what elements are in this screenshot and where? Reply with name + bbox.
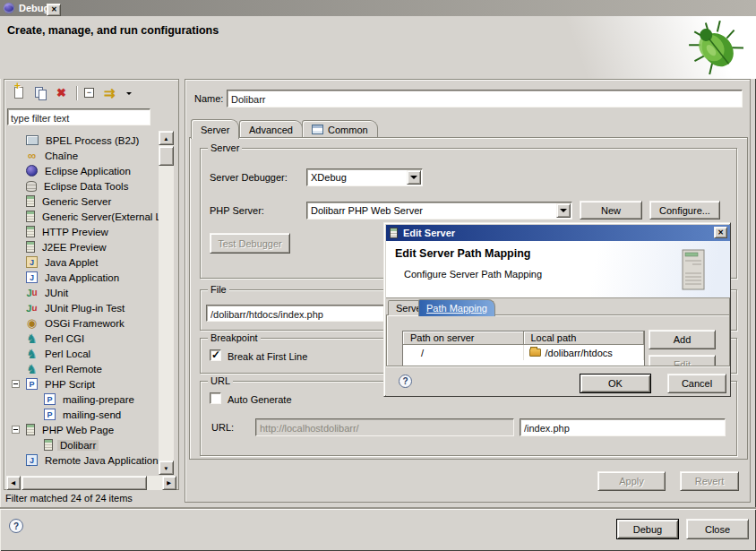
tree-item[interactable]: JUnit Plug-in Test [6,300,161,315]
tree-item[interactable]: JUnit [6,285,161,300]
tree-item[interactable]: Dolibarr [6,437,161,452]
tree-item-label: Generic Server [39,196,114,207]
tree-item[interactable]: Remote Java Application [6,452,161,468]
url-path-input[interactable] [520,420,725,436]
scroll-right-button[interactable]: ▶ [162,476,176,490]
tab-common[interactable]: Common [302,120,378,138]
scroll-up-button[interactable]: ▲ [159,131,174,145]
server-debugger-label: Server Debugger: [210,172,288,183]
filter-menu-button[interactable] [104,85,120,101]
column-header-local-path[interactable]: Local path [524,331,645,345]
tree-item[interactable]: OSGi Framework [6,315,161,331]
php-icon [44,393,56,405]
edit-server-header: Edit Server Path Mapping Configure Serve… [386,241,730,298]
collapse-toggle-icon[interactable] [12,380,20,388]
toolbar-separator [76,86,77,100]
tree-item-label: Java Application [42,272,122,283]
tree-item[interactable]: BPEL Process (B2J) [6,133,161,148]
server-debugger-value: XDebug [307,169,422,185]
edit-server-close-button[interactable] [714,227,727,238]
revert-button[interactable]: Revert [680,471,739,491]
collapse-all-button[interactable] [82,85,99,101]
server-debugger-combo[interactable]: XDebug [306,168,423,186]
close-button-label: Close [705,524,730,535]
vertical-scroll-thumb[interactable] [159,146,174,166]
tree-item[interactable]: mailing-prepare [6,392,161,407]
auto-generate-checkbox[interactable] [210,392,221,404]
filter-dropdown-caret[interactable] [125,85,133,101]
add-mapping-button[interactable]: Add [649,330,716,349]
tree-item[interactable]: Java Applet [6,254,161,270]
tree-item-label: mailing-prepare [60,394,137,405]
tree-item[interactable]: PHP Web Page [6,422,161,437]
scroll-left-button[interactable]: ◀ [6,476,21,490]
configure-server-button[interactable]: Configure... [649,201,720,220]
mapping-table-body: //dolibarr/htdocs [403,345,644,360]
test-debugger-button[interactable]: Test Debugger [210,233,290,254]
tree-item[interactable]: Chaîne [6,148,161,163]
tab-server-label: Server [201,125,229,135]
duplicate-configuration-button[interactable] [33,85,49,101]
tab-server[interactable]: Server [191,119,239,139]
ok-button[interactable]: OK [580,374,651,393]
window-title: Debug [19,3,49,13]
tree-item-label: Remote Java Application [42,455,161,466]
dialog-help-icon[interactable] [399,375,412,388]
tree-item[interactable]: Perl Local [6,346,161,361]
tree-item[interactable]: J2EE Preview [6,239,161,254]
column-header-path-on-server[interactable]: Path on server [403,331,524,345]
tree-item-label: mailing-send [60,409,124,420]
tree-item[interactable]: mailing-send [6,407,161,422]
filter-status-text: Filter matched 24 of 24 items [5,493,133,504]
dialog-tab-path-mapping[interactable]: Path Mapping [418,299,495,316]
common-tab-icon [312,125,323,134]
close-button[interactable]: Close [686,519,749,539]
new-configuration-button[interactable] [12,85,28,101]
php-server-combo[interactable]: Dolibarr PHP Web Server [306,202,572,220]
new-server-button[interactable]: New [580,201,642,220]
dialog-button-bar: OK Cancel [386,366,730,396]
table-row[interactable]: //dolibarr/htdocs [403,345,644,360]
tree-item[interactable]: Perl Remote [6,361,161,376]
tree-item[interactable]: Eclipse Data Tools [6,178,161,194]
combo-arrow-button[interactable] [407,170,421,185]
tree-item[interactable]: HTTP Preview [6,224,161,239]
type-filter-input[interactable] [8,111,150,126]
cancel-button[interactable]: Cancel [667,374,726,393]
chevron-down-icon [410,176,417,183]
scroll-down-button[interactable]: ▼ [159,461,174,475]
tree-item-label: Perl CGI [42,333,87,344]
combo-arrow-button[interactable] [556,203,571,218]
edit-server-heading: Edit Server Path Mapping [395,247,530,260]
tree-item[interactable]: Java Application [6,270,161,285]
window-close-button[interactable] [47,4,61,16]
tree-item-label: Eclipse Application [42,166,133,176]
name-label: Name: [194,93,223,104]
banner-title: Create, manage, and run configurations [7,24,219,37]
collapse-toggle-icon[interactable] [12,426,20,434]
tree-vertical-scrollbar[interactable]: ▲ ▼ [159,131,174,475]
tree-item[interactable]: PHP Script [6,376,161,392]
chevron-down-icon [560,209,567,216]
delete-configuration-button[interactable] [55,85,71,101]
tree-item-label: BPEL Process (B2J) [43,135,142,146]
tree-item[interactable]: Eclipse Application [6,163,161,178]
tab-advanced[interactable]: Advanced [239,120,303,138]
apply-button[interactable]: Apply [597,471,666,491]
tree-item[interactable]: Generic Server(External La [6,209,161,224]
configuration-name-input[interactable] [228,91,742,108]
horizontal-scroll-thumb[interactable] [21,476,147,490]
cell-path-on-server: / [403,345,524,360]
break-first-line-checkbox[interactable] [210,349,221,361]
help-icon[interactable] [9,519,23,533]
remote-java-icon [26,454,38,466]
tree-item[interactable]: Perl CGI [6,331,161,346]
edit-server-titlebar: Edit Server [386,225,730,241]
add-button-label: Add [674,334,692,345]
tree-item[interactable]: Generic Server [6,194,161,209]
debug-button[interactable]: Debug [616,519,679,539]
tree-item-label: JUnit Plug-in Test [42,303,127,314]
tree-item-label: Eclipse Data Tools [41,181,131,192]
tree-horizontal-scrollbar[interactable]: ◀ ▶ [6,476,176,490]
sidebar-toolbar [6,82,176,105]
